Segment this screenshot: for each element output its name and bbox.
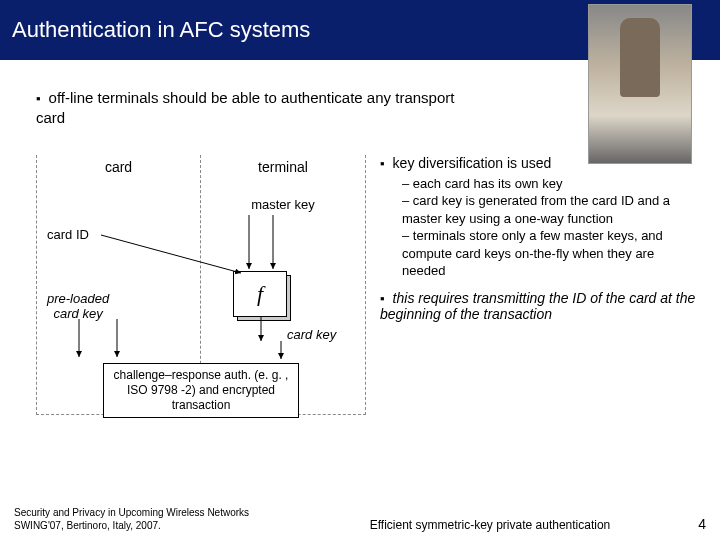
preloaded-l1: pre-loaded [47, 291, 109, 306]
slide-title: Authentication in AFC systems [12, 17, 310, 43]
lead-bullet: off-line terminals should be able to aut… [36, 88, 476, 129]
sub-bullet-2: card key is generated from the card ID a… [402, 192, 700, 227]
f-function-box: f [233, 271, 287, 317]
preloaded-l2: card key [54, 306, 103, 321]
footer-src-line1: Security and Privacy in Upcoming Wireles… [14, 507, 249, 518]
footer-subtitle: Efficient symmetric-key private authenti… [314, 518, 666, 532]
footer-src-line2: SWING'07, Bertinoro, Italy, 2007. [14, 520, 161, 531]
two-columns: card terminal master key card ID pre-loa… [36, 155, 700, 415]
right-text-column: key diversification is used each card ha… [366, 155, 700, 415]
sub-bullet-list: each card has its own key card key is ge… [380, 175, 700, 280]
key-diversification-bullet: key diversification is used [380, 155, 700, 171]
protocol-diagram: card terminal master key card ID pre-loa… [36, 155, 366, 415]
card-id-label: card ID [47, 227, 89, 242]
sub-bullet-1: each card has its own key [402, 175, 700, 193]
content-area: off-line terminals should be able to aut… [0, 60, 720, 415]
challenge-response-box: challenge–response auth. (e. g. , ISO 97… [103, 363, 299, 418]
card-key-output-label: card key [287, 327, 336, 342]
diagram-terminal-column: terminal master key [201, 155, 365, 212]
footer: Security and Privacy in Upcoming Wireles… [0, 507, 720, 532]
page-number: 4 [666, 516, 706, 532]
master-key-label: master key [201, 197, 365, 212]
sub-bullet-3: terminals store only a few master keys, … [402, 227, 700, 280]
diagram-card-header: card [37, 155, 200, 179]
diagram-terminal-header: terminal [201, 155, 365, 179]
preloaded-key-label: pre-loaded card key [47, 291, 109, 322]
transmit-id-bullet: this requires transmitting the ID of the… [380, 290, 700, 322]
footer-source: Security and Privacy in Upcoming Wireles… [14, 507, 314, 532]
